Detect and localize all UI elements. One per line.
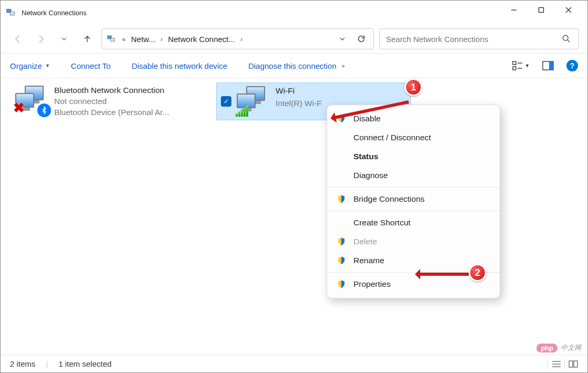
status-bar: 2 items | 1 item selected bbox=[1, 355, 587, 372]
menu-separator bbox=[327, 211, 500, 211]
network-icon: ✖ bbox=[15, 86, 49, 116]
organize-menu[interactable]: Organize▼ bbox=[10, 61, 50, 70]
svg-rect-11 bbox=[513, 67, 516, 70]
connection-device: Bluetooth Device (Personal Ar... bbox=[54, 108, 169, 117]
app-icon bbox=[6, 7, 16, 18]
connection-device: Intel(R) Wi-F bbox=[276, 99, 322, 108]
menu-item-bridge[interactable]: Bridge Connections bbox=[327, 190, 500, 209]
search-icon[interactable] bbox=[562, 34, 572, 44]
forward-button[interactable] bbox=[32, 30, 50, 48]
address-dropdown[interactable] bbox=[334, 35, 350, 43]
history-dropdown[interactable] bbox=[55, 30, 73, 48]
svg-rect-1 bbox=[10, 12, 14, 15]
svg-rect-15 bbox=[549, 61, 553, 70]
shield-icon bbox=[337, 237, 346, 246]
breadcrumb-prefix: « bbox=[120, 35, 128, 43]
address-bar[interactable]: « Netw... › Network Connect... › bbox=[102, 28, 374, 49]
back-button[interactable] bbox=[9, 30, 27, 48]
command-bar: Organize▼ Connect To Disable this networ… bbox=[1, 53, 587, 78]
shield-icon bbox=[337, 256, 346, 265]
refresh-button[interactable] bbox=[353, 34, 369, 44]
status-separator: | bbox=[46, 359, 48, 368]
navigation-bar: « Netw... › Network Connect... › bbox=[1, 25, 587, 53]
connection-item-bluetooth[interactable]: ✖ Bluetooth Network Connection Not conne… bbox=[11, 82, 206, 120]
svg-rect-10 bbox=[513, 61, 516, 65]
connection-status: Not connected bbox=[54, 97, 169, 106]
preview-pane-toggle[interactable] bbox=[542, 61, 554, 70]
window-controls bbox=[500, 1, 582, 25]
svg-rect-7 bbox=[111, 38, 115, 42]
menu-item-diagnose[interactable]: Diagnose bbox=[327, 166, 500, 185]
watermark: php 中文网 bbox=[536, 343, 581, 353]
network-icon bbox=[237, 86, 270, 117]
shield-icon bbox=[337, 194, 346, 204]
error-x-icon: ✖ bbox=[13, 100, 25, 116]
bluetooth-icon bbox=[37, 103, 51, 117]
chevron-right-icon: › bbox=[238, 35, 245, 43]
search-input[interactable] bbox=[386, 35, 562, 44]
svg-rect-3 bbox=[539, 8, 544, 13]
annotation-badge-2: 2 bbox=[469, 264, 486, 282]
title-bar: Network Connections bbox=[1, 1, 587, 25]
svg-line-9 bbox=[567, 40, 570, 42]
svg-point-8 bbox=[563, 35, 568, 40]
icons-view-button[interactable] bbox=[564, 359, 578, 369]
close-button[interactable] bbox=[555, 1, 582, 19]
status-item-count: 2 items bbox=[10, 359, 35, 368]
search-box[interactable] bbox=[379, 28, 579, 49]
address-icon bbox=[106, 34, 117, 44]
annotation-arrow-2 bbox=[417, 273, 469, 276]
view-options: ▼ ? bbox=[512, 60, 578, 71]
connect-to-button[interactable]: Connect To bbox=[71, 61, 111, 70]
connection-name: Bluetooth Network Connection bbox=[54, 86, 169, 95]
checkbox-checked-icon[interactable]: ✓ bbox=[221, 96, 231, 107]
overflow-chevron-icon[interactable]: » bbox=[342, 63, 345, 69]
diagnose-connection-button[interactable]: Diagnose this connection bbox=[248, 61, 337, 70]
menu-separator bbox=[327, 187, 500, 188]
minimize-button[interactable] bbox=[500, 1, 528, 19]
connection-name: Wi-Fi bbox=[276, 86, 322, 96]
menu-item-delete: Delete bbox=[327, 232, 500, 251]
breadcrumb-level-1[interactable]: Netw... bbox=[131, 35, 155, 44]
maximize-button[interactable] bbox=[528, 1, 555, 19]
breadcrumb-level-2[interactable]: Network Connect... bbox=[168, 35, 235, 44]
help-button[interactable]: ? bbox=[566, 60, 578, 71]
details-view-button[interactable] bbox=[548, 359, 561, 369]
layout-switcher[interactable]: ▼ bbox=[512, 61, 530, 70]
menu-item-create-shortcut[interactable]: Create Shortcut bbox=[327, 213, 500, 232]
shield-icon bbox=[337, 279, 346, 289]
status-selected-count: 1 item selected bbox=[58, 359, 111, 368]
signal-bars-icon bbox=[236, 105, 248, 117]
menu-item-connect-disconnect[interactable]: Connect / Disconnect bbox=[327, 128, 500, 147]
svg-rect-20 bbox=[574, 361, 577, 367]
menu-item-status[interactable]: Status bbox=[327, 147, 500, 166]
disable-device-button[interactable]: Disable this network device bbox=[131, 61, 227, 70]
annotation-badge-1: 1 bbox=[404, 78, 422, 96]
svg-rect-19 bbox=[569, 361, 573, 367]
chevron-right-icon: › bbox=[158, 35, 165, 43]
window-title: Network Connections bbox=[22, 9, 500, 17]
up-button[interactable] bbox=[78, 30, 96, 48]
